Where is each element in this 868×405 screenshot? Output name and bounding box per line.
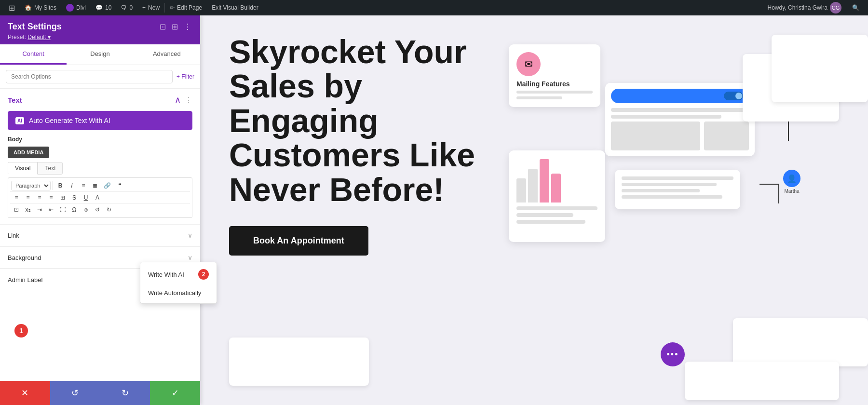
chart-lines: [516, 206, 597, 224]
left-panel: Text Settings ⊡ ⊞ ⋮ Preset: Default ▾ Co…: [0, 15, 200, 405]
preset-link[interactable]: Default ▾: [27, 34, 50, 40]
tab-advanced[interactable]: Advanced: [134, 44, 200, 65]
ai-badge: AI: [15, 117, 24, 124]
emoji-button[interactable]: ☺: [81, 205, 91, 215]
content-line-cols: [611, 122, 749, 150]
search-icon: 🔍: [852, 4, 859, 11]
mail-icon: ✉: [525, 58, 533, 70]
quote-button[interactable]: ❝: [114, 181, 125, 190]
outdent-button[interactable]: ⇤: [46, 205, 56, 215]
save-button[interactable]: ✓: [150, 381, 200, 405]
indent-button[interactable]: ⇥: [34, 205, 45, 215]
link-section[interactable]: Link ∨: [0, 224, 200, 246]
purple-dot-button[interactable]: •••: [661, 342, 685, 366]
exit-builder-label: Exit Visual Builder: [212, 4, 258, 11]
collapse-icon[interactable]: ∧: [175, 94, 181, 105]
divi-item[interactable]: Divi: [61, 0, 91, 15]
underline-button[interactable]: U: [81, 193, 91, 202]
greeting-item[interactable]: Howdy, Christina Gwira CG: [763, 2, 846, 14]
content-line-1: [611, 108, 749, 112]
comments-count: 10: [105, 4, 111, 11]
subscript-button[interactable]: x₂: [23, 205, 33, 215]
redo-button[interactable]: ↻: [100, 381, 150, 405]
mailing-title: Mailing Features: [516, 80, 593, 88]
avatar: CG: [830, 2, 841, 14]
crm-card: [615, 170, 740, 209]
comment-icon: 💬: [95, 4, 103, 11]
strikethrough-button[interactable]: S: [69, 193, 80, 202]
crm-lines: [622, 176, 733, 199]
my-sites-item[interactable]: 🏠 My Sites: [20, 0, 61, 15]
bottom-card-3: [685, 362, 839, 400]
pencil-icon: ✏: [170, 4, 175, 11]
martha-name: Martha: [784, 189, 799, 194]
align-left-button[interactable]: ≡: [11, 193, 22, 202]
ai-generate-button[interactable]: AI Auto Generate Text With AI: [8, 111, 192, 130]
color-button[interactable]: A: [92, 193, 103, 202]
step-badge-1: 1: [14, 324, 28, 338]
toggle-dot: [735, 93, 742, 99]
fullscreen-button[interactable]: ⛶: [57, 205, 68, 215]
tab-design[interactable]: Design: [67, 44, 133, 65]
edit-page-label: Edit Page: [177, 4, 202, 11]
settings-icon[interactable]: ⊡: [159, 21, 167, 32]
body-label: Body: [8, 136, 192, 143]
grid-icon[interactable]: ⊞: [171, 21, 179, 32]
write-with-ai-item[interactable]: Write With AI 2: [140, 264, 217, 284]
bar-4: [551, 174, 561, 202]
right-content: Skyrocket Your Sales by Engaging Custome…: [200, 15, 868, 405]
italic-button[interactable]: I: [67, 181, 77, 190]
link-button[interactable]: 🔗: [101, 181, 113, 190]
redo-icon: ↻: [122, 388, 129, 398]
panel-body: Text ∧ ⋮ AI Auto Generate Text With AI B…: [0, 89, 200, 381]
paste-button[interactable]: ⊡: [11, 205, 22, 215]
editor-tab-visual[interactable]: Visual: [8, 162, 38, 175]
comments2-item[interactable]: 🗨 0: [116, 0, 137, 15]
tab-content[interactable]: Content: [0, 44, 67, 65]
section-menu-icon[interactable]: ⋮: [185, 95, 192, 105]
ol-button[interactable]: ≣: [90, 181, 100, 190]
greeting-text: Howdy, Christina Gwira: [768, 4, 827, 11]
align-justify-button[interactable]: ≡: [46, 193, 56, 202]
editor-tab-text[interactable]: Text: [38, 162, 63, 175]
redo-toolbar-button[interactable]: ↻: [104, 205, 114, 215]
exit-visual-builder-item[interactable]: Exit Visual Builder: [207, 0, 263, 15]
chart-line-3: [516, 220, 585, 224]
background-title: Background: [8, 254, 41, 261]
filter-button[interactable]: + Filter: [176, 73, 194, 80]
panel-title-row: Text Settings ⊡ ⊞ ⋮: [8, 21, 192, 32]
undo-icon: ↺: [71, 388, 79, 398]
link-title: Link: [8, 232, 19, 239]
undo-toolbar-button[interactable]: ↺: [92, 205, 103, 215]
new-item[interactable]: + New: [137, 0, 164, 15]
undo-button[interactable]: ↺: [50, 381, 100, 405]
search-input[interactable]: [6, 70, 173, 83]
add-media-button[interactable]: ADD MEDIA: [8, 147, 49, 158]
align-center-button[interactable]: ≡: [23, 193, 33, 202]
close-button[interactable]: ✕: [0, 381, 50, 405]
cta-button[interactable]: Book An Appointment: [229, 226, 368, 256]
divi-label: Divi: [76, 4, 86, 11]
write-automatically-item[interactable]: Write Automatically: [140, 284, 217, 301]
admin-label-title: Admin Label: [8, 276, 42, 284]
edit-page-item[interactable]: ✏ Edit Page: [165, 0, 207, 15]
ellipsis-icon: •••: [667, 350, 679, 360]
link-arrow-icon: ∨: [188, 231, 192, 239]
section-actions: ∧ ⋮: [175, 94, 192, 105]
main-area: Text Settings ⊡ ⊞ ⋮ Preset: Default ▾ Co…: [0, 15, 868, 405]
ai-button-label: Auto Generate Text With AI: [29, 117, 110, 124]
more-icon[interactable]: ⋮: [183, 21, 192, 32]
style-select[interactable]: Paragraph: [11, 181, 51, 190]
special-char-button[interactable]: Ω: [69, 205, 80, 215]
align-right-button[interactable]: ≡: [34, 193, 45, 202]
toolbar-row-3: ⊡ x₂ ⇥ ⇤ ⛶ Ω ☺ ↺ ↻: [10, 203, 190, 216]
comments-item[interactable]: 💬 10: [91, 0, 116, 15]
table-button[interactable]: ⊞: [57, 193, 68, 202]
crm-line-4: [622, 195, 722, 199]
bold-button[interactable]: B: [55, 181, 66, 190]
wp-logo-item[interactable]: ⊞: [4, 0, 20, 15]
bar-3: [540, 159, 549, 202]
avatar-martha: 👤 Martha: [783, 170, 800, 194]
ul-button[interactable]: ≡: [78, 181, 89, 190]
search-item[interactable]: 🔍: [847, 4, 864, 11]
